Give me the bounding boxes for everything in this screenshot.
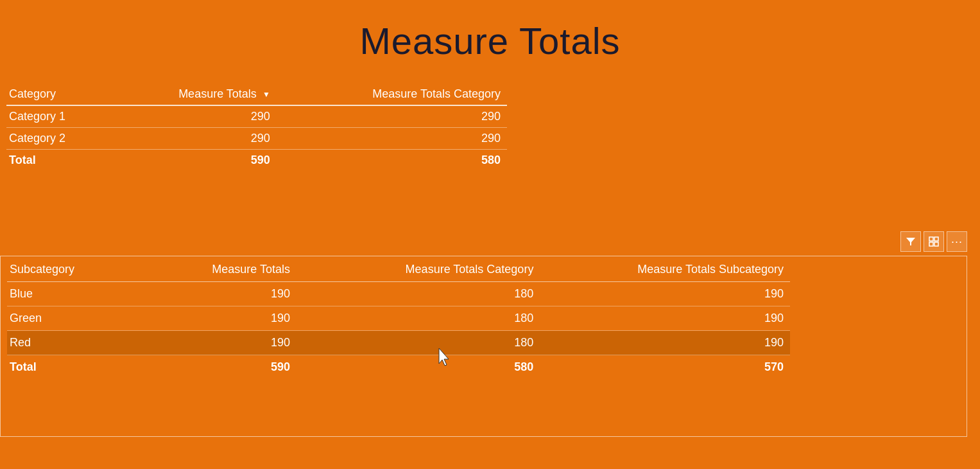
col-measure-totals[interactable]: Measure Totals (119, 256, 297, 282)
total-row: Total 590 580 (6, 150, 507, 172)
cell-total-category: 580 (297, 355, 540, 380)
table-row: Category 2 290 290 (6, 128, 507, 150)
cell-measure-totals-category: 180 (297, 306, 540, 331)
table-row-highlighted: Red 190 180 190 (7, 331, 790, 355)
col-category[interactable]: Category (6, 84, 92, 105)
toolbar-icons: ··· (900, 231, 967, 252)
page-title: Measure Totals (0, 0, 980, 82)
bottom-table-container: ··· Subcategory Measure Totals Measure T… (0, 231, 980, 437)
col-measure-totals-category[interactable]: Measure Totals Category (277, 84, 507, 105)
expand-button[interactable] (924, 231, 944, 252)
svg-rect-1 (929, 237, 933, 241)
filter-button[interactable] (900, 231, 921, 252)
cell-measure-totals-subcategory: 190 (540, 331, 790, 355)
col-measure-totals-category[interactable]: Measure Totals Category (297, 256, 540, 282)
cell-total-label: Total (7, 355, 119, 380)
cell-total-label: Total (6, 150, 92, 172)
expand-icon (929, 236, 939, 247)
total-row: Total 590 580 570 (7, 355, 790, 380)
filter-icon (906, 236, 916, 247)
cell-subcategory: Green (7, 306, 119, 331)
bottom-table: Subcategory Measure Totals Measure Total… (7, 256, 790, 379)
col-measure-totals-subcategory[interactable]: Measure Totals Subcategory (540, 256, 790, 282)
cell-measure-totals: 190 (119, 331, 297, 355)
bottom-table-inner: Subcategory Measure Totals Measure Total… (0, 256, 967, 437)
sort-icon: ▼ (262, 90, 270, 99)
table-row: Category 1 290 290 (6, 105, 507, 128)
cell-measure-totals: 190 (119, 282, 297, 306)
svg-marker-0 (906, 238, 915, 245)
cell-measure-totals-subcategory: 190 (540, 282, 790, 306)
table-row: Green 190 180 190 (7, 306, 790, 331)
cell-total-category: 580 (277, 150, 507, 172)
cell-measure-totals: 290 (92, 105, 276, 128)
cell-measure-totals-category: 290 (277, 128, 507, 150)
more-icon: ··· (951, 236, 963, 247)
cell-measure-totals-category: 180 (297, 282, 540, 306)
cell-measure-totals-category: 180 (297, 331, 540, 355)
table-row: Blue 190 180 190 (7, 282, 790, 306)
cell-total-measure: 590 (119, 355, 297, 380)
cell-category: Category 1 (6, 105, 92, 128)
col-measure-totals[interactable]: Measure Totals ▼ (92, 84, 276, 105)
cell-total-measure: 590 (92, 150, 276, 172)
svg-rect-4 (934, 242, 938, 246)
cell-subcategory: Blue (7, 282, 119, 306)
cell-measure-totals: 290 (92, 128, 276, 150)
svg-rect-3 (929, 242, 933, 246)
cell-total-subcategory: 570 (540, 355, 790, 380)
cell-subcategory: Red (7, 331, 119, 355)
cell-measure-totals-category: 290 (277, 105, 507, 128)
cell-measure-totals: 190 (119, 306, 297, 331)
cell-measure-totals-subcategory: 190 (540, 306, 790, 331)
cell-category: Category 2 (6, 128, 92, 150)
top-table-container: Category Measure Totals ▼ Measure Totals… (0, 84, 526, 171)
top-table: Category Measure Totals ▼ Measure Totals… (6, 84, 507, 171)
more-button[interactable]: ··· (947, 231, 967, 252)
col-subcategory[interactable]: Subcategory (7, 256, 119, 282)
svg-rect-2 (934, 237, 938, 241)
